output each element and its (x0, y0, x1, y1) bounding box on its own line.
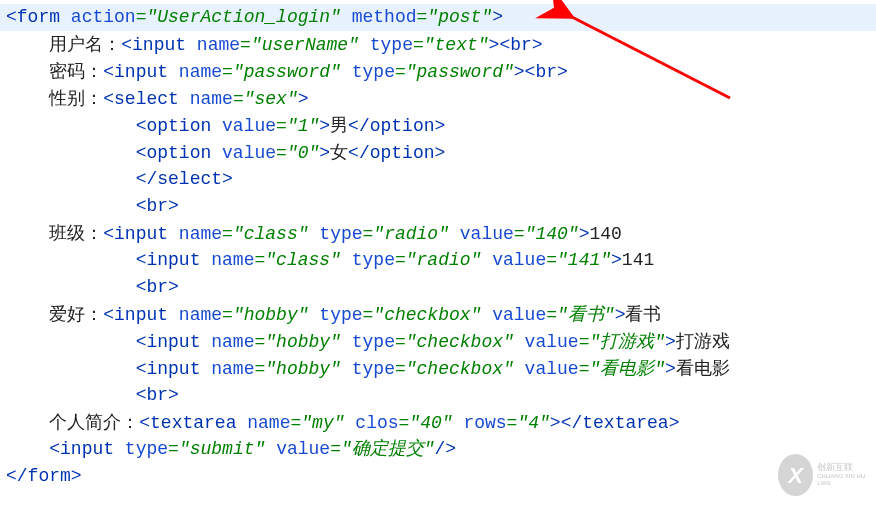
code-token: > (532, 35, 543, 55)
code-token: > (579, 224, 590, 244)
code-token: = (254, 332, 265, 352)
code-token: </ (561, 413, 583, 433)
code-token: > (615, 305, 626, 325)
code-token: "checkbox" (373, 305, 481, 325)
code-token: rows (463, 413, 506, 433)
code-line: <input name="class" type="radio" value="… (6, 247, 870, 274)
code-token: = (413, 35, 424, 55)
code-token: < (139, 413, 150, 433)
code-token (211, 116, 222, 136)
code-token: "打游戏" (589, 332, 665, 352)
code-token (200, 359, 211, 379)
code-line: <form action="UserAction_login" method="… (6, 4, 870, 31)
code-token: < (121, 35, 132, 55)
code-token: </ (348, 143, 370, 163)
code-token: > (71, 466, 82, 486)
code-token: = (395, 359, 406, 379)
code-token (309, 305, 320, 325)
code-token: > (222, 169, 233, 189)
code-token: 个人简介： (49, 412, 139, 432)
code-token: type (352, 359, 395, 379)
code-token: "UserAction_login" (146, 7, 340, 27)
code-token: < (103, 62, 114, 82)
code-token: </ (6, 466, 28, 486)
code-token: input (114, 62, 168, 82)
code-token: < (136, 196, 147, 216)
code-token: > (665, 359, 676, 379)
code-block: <form action="UserAction_login" method="… (0, 0, 876, 494)
code-token: > (557, 62, 568, 82)
code-token (359, 35, 370, 55)
code-token: name (179, 305, 222, 325)
code-token: "password" (233, 62, 341, 82)
code-token: "submit" (179, 439, 265, 459)
code-token: type (125, 439, 168, 459)
code-token: type (370, 35, 413, 55)
code-token: > (489, 35, 500, 55)
code-token (453, 413, 464, 433)
code-token: input (146, 332, 200, 352)
code-line: 用户名：<input name="userName" type="text"><… (6, 31, 870, 58)
code-token: = (233, 89, 244, 109)
code-token: name (247, 413, 290, 433)
code-token: < (49, 439, 60, 459)
code-token: value (276, 439, 330, 459)
code-token: textarea (582, 413, 668, 433)
code-line: </form> (6, 463, 870, 490)
code-line: <br> (6, 193, 870, 220)
code-token: "radio" (406, 250, 482, 270)
code-token: = (222, 305, 233, 325)
code-token: 打游戏 (676, 331, 730, 351)
code-token: > (550, 413, 561, 433)
code-token: = (136, 7, 147, 27)
code-line: 班级：<input name="class" type="radio" valu… (6, 220, 870, 247)
code-token: "text" (424, 35, 489, 55)
code-token: value (525, 359, 579, 379)
code-token: > (611, 250, 622, 270)
code-token: "class" (265, 250, 341, 270)
code-token: "hobby" (233, 305, 309, 325)
code-token: 男 (330, 115, 348, 135)
code-token: < (136, 143, 147, 163)
code-token: "radio" (373, 224, 449, 244)
watermark: X 创新互联 CHUANG XIN HU LIAN (778, 451, 870, 499)
code-token (200, 250, 211, 270)
code-token: type (352, 250, 395, 270)
code-line: <option value="0">女</option> (6, 139, 870, 166)
code-token: option (370, 143, 435, 163)
code-token: 用户名： (49, 34, 121, 54)
code-token: > (168, 385, 179, 405)
code-token: </ (348, 116, 370, 136)
code-token: = (514, 224, 525, 244)
code-token (265, 439, 276, 459)
code-token: 看电影 (676, 358, 730, 378)
code-token (309, 224, 320, 244)
code-token: "checkbox" (406, 332, 514, 352)
code-token: input (146, 359, 200, 379)
code-token: "sex" (244, 89, 298, 109)
code-token: br (510, 35, 532, 55)
watermark-icon: X (778, 454, 813, 496)
code-token: = (395, 62, 406, 82)
code-token (60, 7, 71, 27)
code-token: "4" (517, 413, 549, 433)
code-token: "141" (557, 250, 611, 270)
code-line: 密码：<input name="password" type="password… (6, 58, 870, 85)
code-token: name (197, 35, 240, 55)
code-line: <br> (6, 382, 870, 409)
code-token: "确定提交" (341, 439, 435, 459)
code-token (514, 359, 525, 379)
code-token: < (136, 385, 147, 405)
code-token: form (28, 466, 71, 486)
code-token: = (399, 413, 410, 433)
code-token: "my" (301, 413, 344, 433)
code-token (481, 305, 492, 325)
code-token: = (507, 413, 518, 433)
watermark-text: 创新互联 CHUANG XIN HU LIAN (817, 463, 870, 486)
code-token (514, 332, 525, 352)
code-token: < (136, 250, 147, 270)
code-token: 140 (589, 224, 621, 244)
code-token: value (492, 250, 546, 270)
code-token: = (254, 359, 265, 379)
code-token (449, 224, 460, 244)
